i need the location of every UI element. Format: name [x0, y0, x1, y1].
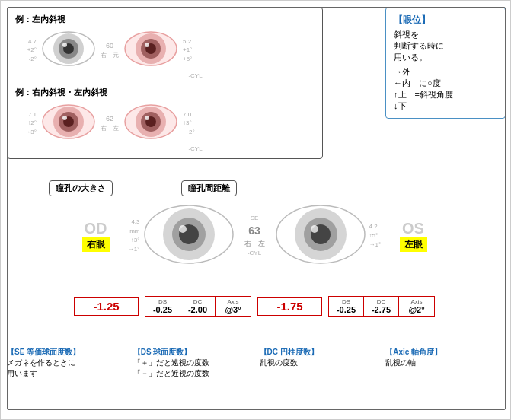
rx-left-ds-label: DS [334, 298, 359, 305]
svg-point-29 [311, 225, 318, 233]
main-left-meas-top: 4.3mm [116, 218, 140, 236]
rx-right-ds-label: DS [150, 298, 175, 305]
svg-point-19 [145, 116, 149, 120]
rx-right-dc-label: DC [185, 298, 210, 305]
ex1-right-eye [123, 28, 178, 72]
os-label: OS [402, 221, 424, 236]
info-arrow4: ↓下 [394, 100, 497, 112]
legend-axis-desc: 乱視の軸 [385, 358, 506, 368]
ex1-cyl: -CYL [76, 72, 315, 79]
info-arrow1: →外 [394, 66, 497, 78]
example2-label: 例：右内斜視・左内斜視 [15, 87, 315, 98]
ex2-left-eye [41, 101, 96, 145]
ex1-left-eye [41, 28, 96, 72]
legend-axis-title: 【Axic 軸角度】 [385, 347, 506, 358]
main-left-eye [143, 201, 235, 271]
rx-left-axis-label: Axis [404, 298, 430, 305]
ex2-cyl: -CYL [76, 145, 315, 152]
rx-left-axis-val: @2° [404, 305, 430, 314]
ex2-center-val: 62 [101, 114, 119, 124]
ex1-center-val: 60 [101, 41, 119, 51]
ex1-right-top: 5.2 [183, 37, 204, 46]
rx-left-se-box: -1.75 [257, 297, 322, 316]
info-title: 【眼位】 [394, 14, 497, 27]
rx-right-ds-val: -0.25 [150, 305, 175, 314]
rx-left-dc-val: -2.75 [369, 305, 394, 314]
info-arrow3: ↑上 =斜視角度 [394, 89, 497, 100]
rx-right-se-box: -1.25 [74, 297, 139, 316]
rx-left-group: DS -0.25 DC -2.75 Axis @2° [328, 296, 435, 317]
ex2-right-eye [123, 101, 178, 145]
main-left-meas-side: ↑3°→1° [116, 236, 140, 254]
main-cyl: -CYL [238, 249, 272, 258]
main-right-meas-top: 4.2 [369, 222, 394, 231]
ex2-right-top: 7.0 [183, 110, 204, 119]
rx-right-axis-val: @3° [220, 305, 246, 314]
main-right-eye [275, 201, 366, 271]
main-right-label-tag: 右 左 [238, 239, 272, 250]
ex1-right-label: 右 元 [101, 51, 119, 59]
legend-axis: 【Axic 軸角度】 乱視の軸 [385, 347, 506, 379]
main-right-meas-side: ↑5°→1° [369, 231, 394, 250]
legend-se-title: 【SE 等価球面度数】 [7, 347, 127, 358]
main-se-label: SE [238, 214, 272, 223]
legend-dc: 【DC 円柱度数】 乱視の度数 [260, 347, 380, 379]
legend-dc-title: 【DC 円柱度数】 [260, 347, 380, 358]
rx-left-dc-label: DC [369, 298, 394, 305]
ex2-right-label: 右 左 [101, 124, 119, 132]
example1-label: 例：左内斜視 [15, 14, 315, 25]
legend-ds: 【DS 球面度数】 「＋」だと遠視の度数 「－」だと近視の度数 [133, 347, 254, 379]
info-line3: 用いる。 [394, 52, 497, 63]
legend-se: 【SE 等価球面度数】 メガネを作るときに 用います [7, 347, 127, 379]
legend-dc-desc: 乱視の度数 [260, 358, 380, 368]
ex2-left-side: ↑2° →3° [15, 119, 37, 135]
ex1-left-side: +2° -2° [15, 46, 37, 62]
right-eye-kanji: 右眼 [82, 237, 110, 252]
pupil-size-label: 瞳孔の大きさ [49, 180, 113, 196]
info-line2: 判断する時に [394, 40, 497, 52]
svg-point-24 [179, 225, 187, 233]
ex1-left-top: 4.7 [15, 37, 37, 46]
rx-right-group: DS -0.25 DC -2.00 Axis @3° [145, 296, 251, 317]
svg-point-4 [62, 43, 67, 47]
ex1-right-side: +1° +5° [183, 46, 204, 62]
legend-ds-desc: 「＋」だと遠視の度数 「－」だと近視の度数 [133, 358, 254, 379]
info-arrow2: ←内 に○度 [394, 78, 497, 89]
legend-se-desc: メガネを作るときに 用います [7, 358, 127, 379]
pupil-distance-label: 瞳孔間距離 [181, 180, 237, 196]
ex2-left-top: 7.1 [15, 110, 37, 119]
rx-right-axis-label: Axis [220, 298, 246, 305]
svg-point-9 [145, 43, 149, 47]
legend-ds-title: 【DS 球面度数】 [133, 347, 254, 358]
rx-right-dc-val: -2.00 [185, 305, 210, 314]
ex2-right-side: ↑3° →2° [183, 119, 204, 135]
rx-left-ds-val: -0.25 [334, 305, 359, 314]
info-line1: 斜視を [394, 29, 497, 40]
main-center-val: 63 [238, 223, 272, 239]
od-label: OD [85, 221, 107, 236]
svg-point-14 [62, 116, 67, 120]
left-eye-kanji: 左眼 [400, 237, 427, 252]
